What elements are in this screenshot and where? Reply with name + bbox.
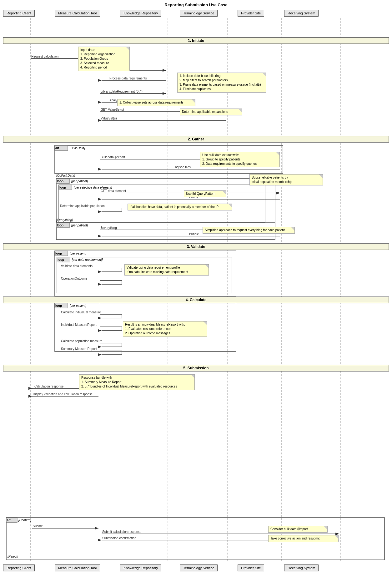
note-fhir-query: Use fhirQueryPattern [184,190,226,197]
svg-text:[Collect Data]: [Collect Data] [56,174,75,177]
svg-text:$everything: $everything [101,226,117,230]
note-ip-membership: If all bundles have data, patient is pot… [128,204,232,210]
note-bulk-data: Use bulk data extract with: 1. Group to … [200,152,280,167]
note-response-bundle: Response bundle with 1. Summary Measure … [79,374,195,390]
actor-kr-top: Knowledge Repository [120,10,161,17]
svg-text:alt: alt [7,519,11,522]
actor-rc-bottom: Reporting Client [3,564,35,571]
svg-text:[Confirm]: [Confirm] [18,519,31,522]
svg-text:[per patient]: [per patient] [69,252,86,255]
svg-text:[per patient]: [per patient] [69,304,86,307]
svg-text:[Everything]: [Everything] [56,218,73,222]
svg-text:ndjson files: ndjson files [175,165,191,169]
svg-text:Process data requirements: Process data requirements [109,77,147,80]
diagram-svg: 1. Initiate Request calculation $data-re… [3,18,389,562]
svg-text:GET data element: GET data element [101,189,126,193]
note-validate: Validate using data requirement profile … [124,264,209,276]
actor-rc-top: Reporting Client [3,10,35,17]
svg-text:Summary MeasureReport: Summary MeasureReport [61,347,97,351]
note-corrective-action: Take corrective action and resubmit [268,535,339,542]
svg-text:Request calculation: Request calculation [31,55,58,58]
actor-rs-bottom: Receiving System [284,564,319,571]
svg-text:Bulk data $export: Bulk data $export [101,155,125,159]
svg-text:Determine applicable populatio: Determine applicable population [60,204,105,208]
svg-text:ValueSet(s): ValueSet(s) [101,117,117,120]
actor-kr-bottom: Knowledge Repository [120,564,161,571]
actors-bottom-row: Reporting Client Measure Calculation Too… [0,563,392,572]
actor-ps-bottom: Provider Site [238,564,264,571]
svg-text:GET ValueSet(s): GET ValueSet(s) [101,108,124,111]
svg-text:3. Validate: 3. Validate [187,245,205,249]
note-process-data: 1. Include date-based filtering 2. Map f… [177,73,266,93]
svg-text:[Reject]: [Reject] [7,555,18,558]
note-bulk-import: Consider bulk data $import [268,526,328,533]
svg-text:[per patient]: [per patient] [71,180,88,183]
svg-text:Submit calculation response: Submit calculation response [102,530,142,534]
svg-text:loop: loop [55,304,62,307]
svg-text:Bundle: Bundle [189,232,199,236]
svg-text:alt: alt [55,146,59,150]
actor-mct-bottom: Measure Calculation Tool [55,564,100,571]
svg-text:loop: loop [57,180,63,183]
note-subset-patients: Subset eligible patients by initial popu… [249,174,323,185]
note-everything: Simplified approach to request everythin… [203,227,295,234]
note-collect-valuesets: 1. Collect value sets across data requir… [117,99,195,106]
svg-text:4. Calculate: 4. Calculate [186,298,207,302]
svg-text:5. Submission: 5. Submission [183,366,209,370]
svg-text:Calculate population measure: Calculate population measure [61,339,103,343]
actors-top-row: Reporting Client Measure Calculation Too… [0,8,392,18]
actor-mct-top: Measure Calculation Tool [55,10,100,17]
svg-text:loop: loop [57,224,63,227]
actor-ts-bottom: Terminology Service [180,564,218,571]
svg-text:Calculate individual measure: Calculate individual measure [61,311,101,314]
page-title: Reporting Submission Use Case [0,0,392,8]
svg-text:Submit: Submit [33,524,43,528]
note-measure-report: Result is an individual MeasureReport wi… [123,321,207,337]
svg-text:Calculation response: Calculation response [34,385,64,388]
svg-text:[per selective data element]: [per selective data element] [73,186,112,189]
svg-text:[per data requirement]: [per data requirement] [72,258,103,261]
svg-text:Library.dataRequirement (0..*): Library.dataRequirement (0..*) [101,90,143,93]
note-input-data: Input data: 1. Reporting organization 2.… [78,47,130,71]
svg-text:[Bulk Data]: [Bulk Data] [69,146,85,150]
svg-text:OperationOutcome: OperationOutcome [61,277,88,280]
svg-text:2. Gather: 2. Gather [188,137,204,141]
svg-text:Submission confirmation: Submission confirmation [102,536,136,540]
actor-rs-top: Receiving System [284,10,319,17]
svg-text:Display validation and calcula: Display validation and calculation respo… [33,392,93,396]
actor-ts-top: Terminology Service [180,10,218,17]
svg-text:loop: loop [59,186,66,189]
actor-ps-top: Provider Site [238,10,264,17]
svg-text:1. Initiate: 1. Initiate [188,38,204,43]
svg-text:loop: loop [55,252,62,255]
svg-text:[per patient]: [per patient] [71,224,88,227]
svg-text:Validate data elements: Validate data elements [61,264,93,268]
svg-text:loop: loop [58,258,64,261]
note-det-expansions: Determine applicable expansions [180,109,242,115]
svg-text:Individual MeasureReport: Individual MeasureReport [61,323,97,326]
